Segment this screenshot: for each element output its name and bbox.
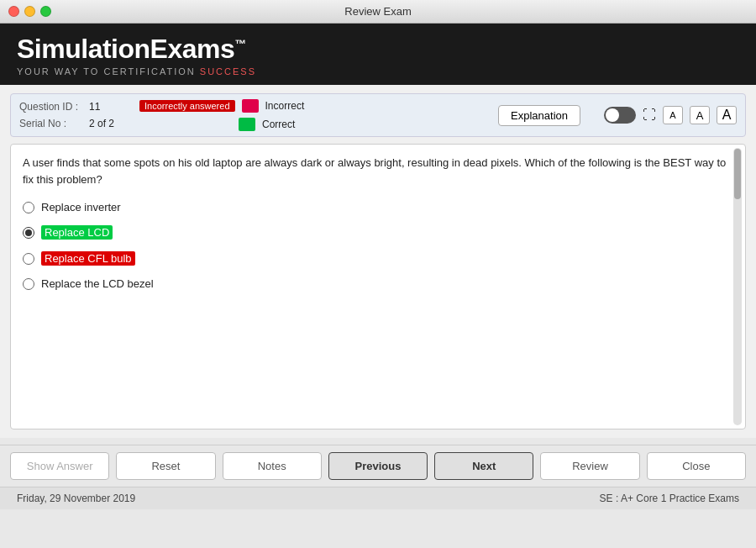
scrollbar-thumb[interactable] (734, 149, 741, 199)
app-header: SimulationExams™ YOUR WAY TO CERTIFICATI… (0, 24, 756, 85)
explanation-button[interactable]: Explanation (498, 105, 580, 126)
expand-icon[interactable]: ⛶ (643, 108, 656, 123)
question-text: A user finds that some spots on his old … (23, 155, 733, 187)
close-button[interactable]: Close (647, 452, 746, 480)
option-d-radio[interactable] (23, 278, 34, 290)
question-id-value: 11 (89, 101, 100, 113)
status-badge: Incorrectly answered (139, 100, 235, 112)
correct-color-box (239, 118, 255, 131)
notes-button[interactable]: Notes (223, 452, 322, 480)
serial-no-value: 2 of 2 (89, 118, 114, 129)
reset-button[interactable]: Reset (116, 452, 215, 480)
window-controls[interactable] (8, 6, 51, 17)
incorrect-row: Incorrectly answered Incorrect (139, 99, 304, 113)
main-container: Question ID : 11 Serial No : 2 of 2 Inco… (0, 85, 756, 438)
bottom-toolbar: Show Answer Reset Notes Previous Next Re… (0, 445, 756, 487)
correct-row: Correct (139, 118, 304, 131)
incorrect-color-box (242, 99, 259, 113)
question-id-row: Question ID : 11 (19, 101, 114, 113)
show-answer-button[interactable]: Show Answer (10, 452, 109, 480)
app-logo: SimulationExams™ (17, 34, 739, 65)
option-c-radio[interactable] (23, 253, 34, 265)
title-bar: Review Exam (0, 0, 756, 24)
question-area: A user finds that some spots on his old … (10, 144, 746, 429)
font-medium-button[interactable]: A (690, 106, 710, 124)
font-small-button[interactable]: A (663, 106, 683, 124)
option-a-radio[interactable] (23, 202, 34, 213)
option-b-radio[interactable] (23, 227, 34, 239)
maximize-window-button[interactable] (40, 6, 51, 17)
controls-right: ⛶ A A A (604, 106, 737, 124)
serial-no-row: Serial No : 2 of 2 (19, 118, 114, 129)
app-subtitle: YOUR WAY TO CERTIFICATION SUCCESS (17, 66, 739, 76)
info-bar: Question ID : 11 Serial No : 2 of 2 Inco… (10, 93, 746, 137)
option-a[interactable]: Replace inverter (23, 201, 733, 213)
window-title: Review Exam (344, 5, 411, 18)
status-date: Friday, 29 November 2019 (17, 493, 135, 504)
option-b[interactable]: Replace LCD (23, 225, 733, 240)
option-d[interactable]: Replace the LCD bezel (23, 277, 733, 290)
scrollbar-track[interactable] (733, 148, 742, 425)
serial-no-label: Serial No : (19, 118, 82, 129)
info-right: Explanation ⛶ A A A (498, 105, 737, 126)
minimize-window-button[interactable] (24, 6, 35, 17)
info-middle: Incorrectly answered Incorrect Correct (139, 99, 304, 131)
font-large-button[interactable]: A (717, 106, 737, 124)
option-c-label: Replace CFL bulb (41, 251, 135, 266)
option-a-label: Replace inverter (41, 201, 121, 213)
close-window-button[interactable] (8, 6, 19, 17)
info-left: Question ID : 11 Serial No : 2 of 2 (19, 101, 114, 129)
review-button[interactable]: Review (540, 452, 639, 480)
toggle-switch[interactable] (604, 107, 636, 124)
status-bar: Friday, 29 November 2019 SE : A+ Core 1 … (0, 487, 756, 509)
previous-button[interactable]: Previous (328, 452, 428, 480)
next-button[interactable]: Next (434, 452, 533, 480)
correct-label: Correct (262, 119, 295, 130)
status-exam: SE : A+ Core 1 Practice Exams (600, 493, 739, 504)
question-id-label: Question ID : (19, 101, 82, 113)
option-d-label: Replace the LCD bezel (41, 277, 154, 290)
option-c[interactable]: Replace CFL bulb (23, 251, 733, 266)
incorrect-label: Incorrect (265, 100, 305, 112)
option-b-label: Replace LCD (41, 225, 113, 240)
